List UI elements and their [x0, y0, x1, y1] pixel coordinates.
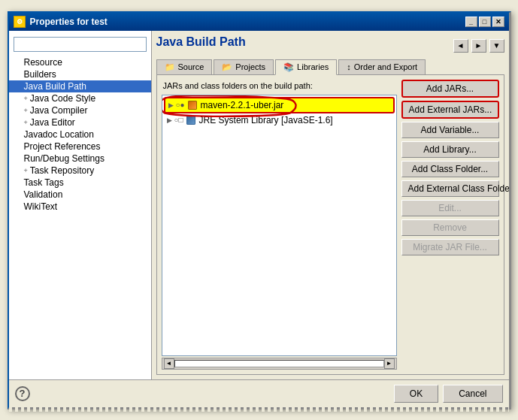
sidebar-item-task-tags[interactable]: Task Tags — [9, 177, 151, 189]
jre-type-icon: ○□ — [174, 116, 183, 124]
nav-dropdown-button[interactable]: ▼ — [489, 39, 504, 53]
panel-title: Java Build Path — [156, 35, 246, 49]
help-button[interactable]: ? — [15, 386, 30, 401]
dialog-title: Properties for test — [30, 17, 108, 27]
remove-button[interactable]: Remove — [401, 219, 499, 236]
sidebar-item-javadoc[interactable]: Javadoc Location — [9, 128, 151, 141]
scroll-right-button[interactable]: ► — [384, 358, 395, 369]
sidebar-item-validation[interactable]: Validation — [9, 189, 151, 201]
maximize-button[interactable]: □ — [479, 17, 491, 27]
order-export-tab-label: Order and Export — [354, 62, 417, 71]
sidebar-item-builders[interactable]: Builders — [9, 68, 151, 80]
migrate-jar-button[interactable]: Migrate JAR File... — [401, 239, 499, 255]
bottom-bar: ? OK Cancel — [9, 379, 509, 407]
projects-tab-icon: 📂 — [222, 62, 232, 72]
maven-jar-label: maven-2.2.1-uber.jar — [201, 100, 284, 110]
add-external-class-folder-button[interactable]: Add External Class Folder... — [401, 180, 499, 197]
ok-button[interactable]: OK — [394, 385, 438, 403]
add-jars-button[interactable]: Add JARs... — [401, 80, 499, 98]
right-buttons: Add JARs... Add External JARs... Add Var… — [401, 80, 499, 370]
title-bar: ⚙ Properties for test _ □ ✕ — [9, 13, 509, 31]
header-row: Java Build Path ◄ ► ▼ — [156, 35, 504, 55]
jre-file-icon — [186, 115, 196, 125]
search-box — [14, 37, 147, 52]
title-controls: _ □ ✕ — [465, 17, 504, 27]
jar-file-icon — [187, 100, 198, 110]
sidebar-item-task-repository[interactable]: + Task Repository — [9, 165, 151, 177]
sidebar-item-run-debug[interactable]: Run/Debug Settings — [9, 153, 151, 165]
title-bar-left: ⚙ Properties for test — [14, 16, 108, 28]
nav-forward-button[interactable]: ► — [471, 39, 486, 53]
tabs-row: 📁 Source 📂 Projects 📚 Libraries ↕ Order … — [156, 59, 504, 74]
expand-arrow-maven: ▶ — [168, 101, 174, 109]
libraries-tab-label: Libraries — [297, 62, 329, 71]
libraries-tab-icon: 📚 — [283, 62, 294, 72]
list-item-maven-jar[interactable]: ▶ ○● maven-2.2.1-uber.jar — [164, 97, 395, 113]
list-item-jre[interactable]: ▶ ○□ JRE System Library [JavaSE-1.6] — [164, 113, 395, 127]
tab-order-export[interactable]: ↕ Order and Export — [338, 59, 426, 74]
projects-tab-label: Projects — [235, 62, 265, 71]
minimize-button[interactable]: _ — [465, 17, 477, 27]
source-tab-label: Source — [178, 62, 204, 71]
scroll-left-button[interactable]: ◄ — [164, 358, 174, 369]
sidebar-item-java-editor[interactable]: + Java Editor — [9, 116, 151, 128]
add-library-button[interactable]: Add Library... — [401, 141, 499, 158]
close-button[interactable]: ✕ — [492, 17, 504, 27]
build-path-area: JARs and class folders on the build path… — [162, 80, 397, 370]
order-export-tab-icon: ↕ — [347, 62, 351, 71]
dialog-icon: ⚙ — [14, 16, 26, 28]
add-variable-button[interactable]: Add Variable... — [401, 122, 499, 138]
sidebar-item-java-code-style[interactable]: + Java Code Style — [9, 92, 151, 104]
sidebar-item-wikitext[interactable]: WikiText — [9, 201, 151, 213]
cancel-button[interactable]: Cancel — [443, 385, 502, 403]
edit-button[interactable]: Edit... — [401, 200, 499, 216]
tab-libraries[interactable]: 📚 Libraries — [275, 59, 337, 75]
scroll-track[interactable] — [174, 360, 384, 367]
jar-list: ▶ ○● maven-2.2.1-uber.jar — [162, 95, 397, 356]
dialog-body: Resource Builders Java Build Path + Java… — [9, 31, 509, 379]
horizontal-scrollbar[interactable]: ◄ ► — [162, 358, 397, 370]
tab-projects[interactable]: 📂 Projects — [214, 59, 274, 74]
sidebar: Resource Builders Java Build Path + Java… — [9, 31, 152, 379]
add-class-folder-button[interactable]: Add Class Folder... — [401, 161, 499, 177]
search-input[interactable] — [14, 37, 147, 52]
build-path-label: JARs and class folders on the build path… — [162, 80, 397, 92]
sidebar-item-java-compiler[interactable]: + Java Compiler — [9, 104, 151, 116]
dialog-window: ⚙ Properties for test _ □ ✕ Resource Bui… — [8, 11, 511, 409]
jar-type-icon: ○● — [176, 101, 185, 109]
sidebar-item-java-build-path[interactable]: Java Build Path — [9, 80, 151, 92]
jre-label: JRE System Library [JavaSE-1.6] — [199, 115, 333, 125]
nav-back-button[interactable]: ◄ — [453, 39, 468, 53]
nav-arrows: ◄ ► ▼ — [453, 39, 504, 53]
sidebar-item-project-references[interactable]: Project References — [9, 141, 151, 153]
bottom-buttons: OK Cancel — [394, 385, 503, 403]
sidebar-item-resource[interactable]: Resource — [9, 56, 151, 68]
right-panel: Java Build Path ◄ ► ▼ 📁 Source 📂 Project… — [152, 31, 509, 379]
add-external-jars-button[interactable]: Add External JARs... — [401, 101, 499, 119]
content-area: JARs and class folders on the build path… — [156, 74, 504, 375]
expand-arrow-jre: ▶ — [167, 116, 172, 124]
tab-source[interactable]: 📁 Source — [156, 59, 213, 74]
source-tab-icon: 📁 — [165, 62, 175, 72]
